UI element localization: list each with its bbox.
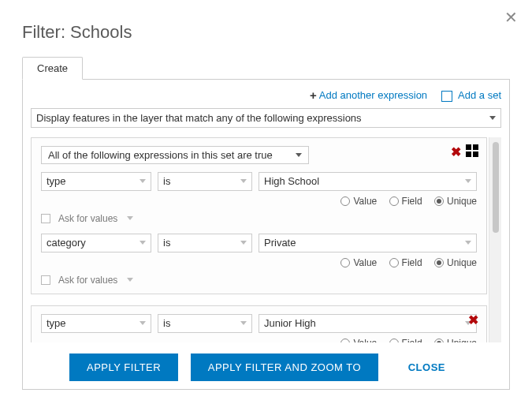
apply-filter-button[interactable]: APPLY FILTER — [69, 354, 178, 381]
expression-set: ✖ All of the following expressions in th… — [31, 137, 487, 294]
radio-unique[interactable]: Unique — [434, 196, 477, 207]
operator-value: is — [163, 317, 170, 329]
chevron-down-icon — [465, 179, 471, 183]
expression-row: type is Junior High — [41, 314, 477, 333]
field-select[interactable]: type — [41, 314, 151, 333]
dialog-title: Filter: Schools — [22, 22, 510, 43]
radio-icon — [434, 196, 444, 206]
radio-icon — [434, 258, 444, 267]
radio-label: Field — [402, 338, 422, 342]
set-mode-select[interactable]: All of the following expressions in this… — [41, 146, 309, 164]
chevron-down-icon — [296, 153, 302, 157]
ask-values-row[interactable]: Ask for values — [41, 213, 477, 224]
operator-value: is — [163, 237, 170, 249]
radio-icon — [389, 196, 399, 206]
chevron-down-icon — [489, 116, 496, 120]
close-button[interactable]: CLOSE — [391, 354, 463, 381]
match-mode-select[interactable]: Display features in the layer that match… — [31, 108, 501, 128]
value-select[interactable]: High School — [259, 172, 477, 191]
top-links: + Add another expression Add a set — [31, 88, 501, 102]
radio-unique[interactable]: Unique — [434, 338, 477, 342]
ask-checkbox[interactable] — [41, 275, 50, 285]
value-text: Private — [264, 237, 296, 249]
radio-label: Value — [353, 257, 377, 268]
field-value: type — [47, 317, 66, 329]
expression-row: category is Private — [41, 234, 477, 252]
svg-rect-0 — [466, 144, 471, 150]
radio-label: Value — [353, 338, 377, 342]
dialog-footer: APPLY FILTER APPLY FILTER AND ZOOM TO CL… — [31, 354, 501, 381]
radio-icon — [389, 258, 399, 267]
radio-label: Field — [402, 257, 422, 268]
radio-field[interactable]: Field — [389, 338, 422, 342]
operator-select[interactable]: is — [158, 234, 252, 252]
expression-row: type is High School — [41, 172, 477, 191]
set-mode-label: All of the following expressions in this… — [48, 149, 273, 161]
chevron-down-icon — [240, 179, 247, 183]
field-select[interactable]: category — [41, 234, 151, 252]
radio-label: Unique — [447, 257, 477, 268]
radio-value[interactable]: Value — [340, 257, 377, 268]
value-source-row: Value Field Unique — [41, 336, 477, 342]
radio-icon — [389, 339, 399, 342]
value-text: High School — [264, 175, 319, 187]
ask-checkbox[interactable] — [41, 214, 50, 223]
radio-unique[interactable]: Unique — [434, 257, 477, 268]
radio-icon — [340, 258, 350, 267]
chevron-down-icon — [465, 241, 471, 245]
plus-icon: + — [310, 88, 317, 102]
svg-rect-2 — [466, 152, 471, 157]
chevron-down-icon — [140, 241, 146, 245]
value-select[interactable]: Junior High — [259, 314, 477, 333]
delete-set-icon[interactable]: ✖ — [451, 144, 461, 159]
value-source-row: Value Field Unique — [41, 256, 477, 273]
ask-label: Ask for values — [58, 275, 117, 286]
chevron-down-icon — [240, 241, 247, 245]
match-mode-label: Display features in the layer that match… — [36, 112, 362, 124]
radio-icon — [340, 339, 350, 342]
scrollbar[interactable] — [489, 137, 501, 342]
field-value: type — [47, 175, 66, 187]
chevron-down-icon — [240, 321, 247, 325]
chevron-down-icon — [127, 216, 133, 220]
value-text: Junior High — [264, 317, 316, 329]
filter-panel: + Add another expression Add a set Displ… — [22, 79, 510, 390]
chevron-down-icon — [140, 321, 146, 325]
close-icon[interactable]: ✕ — [504, 8, 518, 27]
radio-label: Value — [353, 196, 377, 207]
radio-value[interactable]: Value — [340, 338, 377, 342]
radio-icon — [340, 196, 350, 206]
filter-dialog: ✕ Filter: Schools Create + Add another e… — [0, 0, 532, 404]
ask-label: Ask for values — [58, 213, 117, 224]
operator-select[interactable]: is — [158, 314, 252, 333]
add-expression-link[interactable]: Add another expression — [319, 89, 427, 101]
radio-value[interactable]: Value — [340, 196, 377, 207]
delete-expression-icon[interactable]: ✖ — [468, 312, 478, 327]
radio-label: Unique — [447, 196, 477, 207]
operator-select[interactable]: is — [158, 172, 252, 191]
radio-icon — [434, 339, 444, 342]
chevron-down-icon — [140, 179, 146, 183]
radio-field[interactable]: Field — [389, 257, 422, 268]
apply-filter-zoom-button[interactable]: APPLY FILTER AND ZOOM TO — [191, 354, 378, 381]
scroll-thumb[interactable] — [493, 142, 499, 233]
field-value: category — [47, 237, 86, 249]
add-set-link[interactable]: Add a set — [458, 89, 501, 101]
value-select[interactable]: Private — [259, 234, 477, 252]
add-set-checkbox[interactable] — [441, 91, 452, 102]
radio-field[interactable]: Field — [389, 196, 422, 207]
field-select[interactable]: type — [41, 172, 151, 191]
tab-strip: Create — [22, 57, 510, 80]
expression-group: ✖ type is Junior High — [31, 305, 487, 342]
operator-value: is — [163, 175, 170, 187]
chevron-down-icon — [127, 278, 133, 282]
tab-create[interactable]: Create — [22, 57, 83, 80]
ask-values-row[interactable]: Ask for values — [41, 275, 477, 286]
add-set-icon[interactable] — [466, 144, 478, 157]
expressions-scroll: ✖ All of the following expressions in th… — [31, 137, 501, 342]
svg-rect-3 — [473, 152, 478, 157]
value-source-row: Value Field Unique — [41, 194, 477, 211]
radio-label: Field — [402, 196, 422, 207]
radio-label: Unique — [447, 338, 477, 342]
svg-rect-1 — [473, 144, 478, 150]
